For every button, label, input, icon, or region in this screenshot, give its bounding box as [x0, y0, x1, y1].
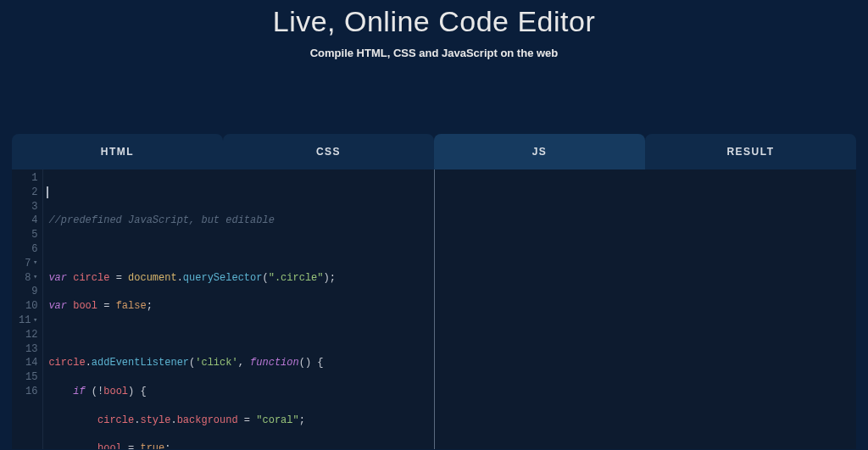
line-number-gutter: 1 2 3 4 5 6 7▾ 8▾ 9 10 11▾ 12 13 14 15 1…: [12, 169, 43, 449]
code-token: );: [324, 272, 336, 284]
code-token: "coral": [256, 414, 298, 426]
line-number: 10: [19, 299, 37, 314]
tab-result[interactable]: RESULT: [645, 134, 856, 169]
code-token: ) {: [128, 386, 147, 397]
line-number: 12: [19, 328, 37, 342]
code-token: .: [86, 357, 92, 369]
code-token: =: [122, 442, 141, 449]
line-number: 3: [19, 200, 37, 214]
code-token: var: [48, 300, 67, 312]
page-title: Live, Online Code Editor: [0, 5, 868, 38]
code-token: circle: [97, 414, 134, 426]
code-editor-panel[interactable]: 1 2 3 4 5 6 7▾ 8▾ 9 10 11▾ 12 13 14 15 1…: [12, 169, 435, 449]
code-token: =: [109, 272, 128, 284]
page-subtitle: Compile HTML, CSS and JavaScript on the …: [0, 47, 868, 59]
line-number: 4: [19, 214, 37, 228]
fold-icon[interactable]: ▾: [31, 258, 37, 269]
line-number: 2: [19, 186, 37, 200]
code-token: querySelector: [183, 272, 263, 284]
line-number: 8▾: [19, 271, 37, 286]
code-token: (!: [86, 386, 104, 397]
tab-html[interactable]: HTML: [12, 134, 223, 169]
code-token: false: [116, 300, 147, 312]
line-number: 7▾: [19, 257, 37, 271]
line-number: 9: [19, 285, 37, 299]
code-token: ,: [238, 357, 250, 369]
code-token: circle: [73, 272, 109, 284]
line-number: 11▾: [19, 314, 37, 328]
line-number: 14: [19, 356, 37, 370]
code-token: (: [262, 272, 268, 284]
code-token: document: [128, 272, 177, 284]
code-token: var: [48, 272, 67, 284]
code-token: () {: [299, 357, 324, 369]
code-token: =: [97, 300, 116, 312]
tab-bar: HTML CSS JS RESULT: [12, 134, 856, 169]
code-token: if: [73, 386, 85, 397]
code-token: function: [250, 357, 299, 369]
code-token: =: [238, 414, 257, 426]
line-number: 13: [19, 342, 37, 357]
line-number: 1: [19, 171, 37, 186]
code-token: circle: [48, 357, 85, 369]
fold-icon[interactable]: ▾: [31, 272, 37, 283]
code-content[interactable]: //predefined JavaScript, but editable va…: [43, 169, 341, 449]
tab-css[interactable]: CSS: [223, 134, 434, 169]
code-token: ;: [164, 442, 170, 449]
line-number: 6: [19, 242, 37, 257]
code-token: bool: [103, 386, 128, 397]
fold-icon[interactable]: ▾: [31, 315, 37, 326]
code-token: .: [177, 272, 183, 284]
line-number: 15: [19, 370, 37, 385]
line-number: 5: [19, 228, 37, 242]
code-token: ".circle": [269, 272, 324, 284]
code-token: background: [177, 414, 238, 426]
text-cursor: [47, 186, 48, 198]
tab-js[interactable]: JS: [434, 134, 645, 169]
code-token: [48, 442, 97, 449]
result-panel: [435, 169, 857, 449]
code-token: 'click': [195, 357, 237, 369]
editor-container: HTML CSS JS RESULT 1 2 3 4 5 6 7▾ 8▾ 9 1…: [12, 134, 856, 449]
code-token: .: [170, 414, 176, 426]
line-number: 16: [19, 385, 37, 399]
code-token: bool: [73, 300, 97, 312]
code-token: style: [140, 414, 170, 426]
code-token: //predefined JavaScript, but editable: [48, 214, 274, 226]
code-token: bool: [97, 442, 122, 449]
code-token: ;: [147, 300, 153, 312]
code-token: [48, 414, 97, 426]
code-token: addEventListener: [92, 357, 189, 369]
code-token: [48, 386, 73, 397]
code-token: true: [140, 442, 164, 449]
code-token: ;: [299, 414, 305, 426]
